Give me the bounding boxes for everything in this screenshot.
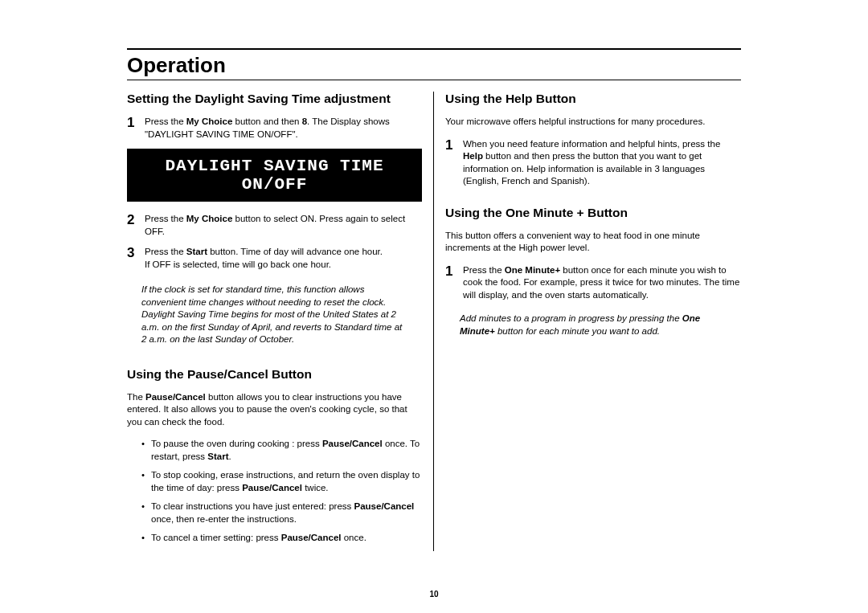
dst-note: If the clock is set for standard time, t… [127,279,422,351]
heading-help: Using the Help Button [445,92,741,106]
help-intro: Your microwave offers helpful instructio… [445,116,741,129]
content-columns: Setting the Daylight Saving Time adjustm… [127,92,741,551]
oneminute-note: Add minutes to a program in progress by … [445,309,741,341]
step-text: Press the One Minute+ button once for ea… [463,264,741,302]
dst-step-2: 2 Press the My Choice button to select O… [127,213,422,238]
dst-step-3: 3 Press the Start button. Time of day wi… [127,246,422,271]
step-number: 1 [445,138,463,153]
top-rule [127,48,741,50]
step-text: Press the My Choice button to select ON.… [145,213,422,238]
list-item: To stop cooking, erase instructions, and… [141,469,422,494]
step-text: When you need feature information and he… [463,138,741,188]
list-item: To cancel a timer setting: press Pause/C… [141,532,422,545]
title-underline [127,80,741,80]
lcd-display: DAYLIGHT SAVING TIME ON/OFF [127,149,422,202]
list-item: To clear instructions you have just ente… [141,501,422,525]
pause-bullet-list: To pause the oven during cooking : press… [127,438,422,545]
page-number: 10 [127,590,741,599]
step-number: 3 [127,246,145,261]
help-step-1: 1 When you need feature information and … [445,138,741,188]
right-column: Using the Help Button Your microwave off… [434,92,741,551]
page-title: Operation [127,53,741,78]
heading-dst: Setting the Daylight Saving Time adjustm… [127,92,422,106]
step-number: 2 [127,213,145,228]
heading-one-minute: Using the One Minute + Button [445,206,741,220]
step-text: Press the My Choice button and then 8. T… [145,116,422,141]
dst-step-1: 1 Press the My Choice button and then 8.… [127,116,422,141]
list-item: To pause the oven during cooking : press… [141,438,422,463]
left-column: Setting the Daylight Saving Time adjustm… [127,92,434,551]
step-number: 1 [445,264,463,280]
pause-intro: The Pause/Cancel button allows you to cl… [127,391,422,429]
manual-page: Operation Setting the Daylight Saving Ti… [0,0,868,613]
oneminute-step-1: 1 Press the One Minute+ button once for … [445,264,741,302]
heading-pause-cancel: Using the Pause/Cancel Button [127,367,422,382]
step-text: Press the Start button. Time of day will… [145,246,422,271]
oneminute-intro: This button offers a convenient way to h… [445,230,741,255]
step-number: 1 [127,116,145,131]
